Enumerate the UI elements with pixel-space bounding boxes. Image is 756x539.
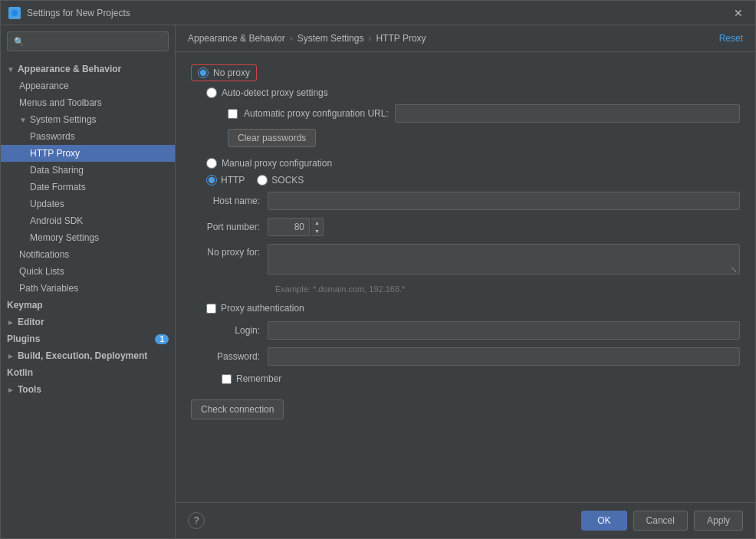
no-proxy-radio[interactable] [198, 67, 209, 78]
help-button[interactable]: ? [188, 512, 205, 529]
sidebar-item-date-formats[interactable]: Date Formats [1, 179, 175, 196]
search-box[interactable]: 🔍 [7, 31, 169, 51]
port-increment-button[interactable]: ▲ [311, 219, 323, 227]
no-proxy-label[interactable]: No proxy [213, 67, 250, 78]
sidebar-item-passwords[interactable]: Passwords [1, 128, 175, 145]
sidebar-item-label: Data Sharing [30, 165, 84, 176]
manual-proxy-label[interactable]: Manual proxy configuration [222, 158, 332, 169]
check-connection-button[interactable]: Check connection [191, 399, 284, 419]
sidebar-item-build-execution[interactable]: ► Build, Execution, Deployment [1, 347, 175, 364]
search-input[interactable] [28, 36, 162, 47]
no-proxy-row: No proxy [191, 64, 257, 81]
expand-arrow: ► [7, 318, 15, 327]
http-socks-row: HTTP SOCKS [206, 175, 740, 186]
search-icon: 🔍 [14, 37, 25, 47]
sidebar-item-label: Notifications [19, 249, 69, 260]
port-group: ▲ ▼ [268, 218, 324, 236]
sidebar-item-keymap[interactable]: Keymap [1, 297, 175, 314]
panel-header: Appearance & Behavior › System Settings … [176, 25, 755, 52]
sidebar-item-label: Kotlin [7, 367, 33, 378]
sidebar-item-data-sharing[interactable]: Data Sharing [1, 162, 175, 179]
sidebar-item-system-settings[interactable]: ▼ System Settings [1, 111, 175, 128]
sidebar-item-label: HTTP Proxy [30, 148, 80, 159]
auto-config-url-row: Automatic proxy configuration URL: [228, 104, 740, 123]
sidebar-item-kotlin[interactable]: Kotlin [1, 364, 175, 381]
sidebar-item-menus-toolbars[interactable]: Menus and Toolbars [1, 94, 175, 111]
sidebar-item-label: Menus and Toolbars [19, 97, 102, 108]
sidebar-item-memory-settings[interactable]: Memory Settings [1, 229, 175, 246]
clear-passwords-button[interactable]: Clear passwords [228, 129, 316, 147]
auto-config-url-input[interactable] [395, 104, 740, 123]
http-radio-group: HTTP [206, 175, 245, 186]
password-row: Password: [191, 347, 740, 366]
sidebar-item-path-variables[interactable]: Path Variables [1, 280, 175, 297]
breadcrumb-part-2: System Settings [297, 33, 364, 44]
manual-proxy-row: Manual proxy configuration [206, 158, 740, 169]
sidebar-item-notifications[interactable]: Notifications [1, 246, 175, 263]
breadcrumb: Appearance & Behavior › System Settings … [188, 33, 426, 44]
sidebar-item-updates[interactable]: Updates [1, 196, 175, 212]
auto-detect-radio[interactable] [206, 87, 217, 98]
sidebar-item-appearance-behavior[interactable]: ▼ Appearance & Behavior [1, 61, 175, 77]
cancel-button[interactable]: Cancel [633, 511, 688, 531]
no-proxy-for-label: No proxy for: [191, 244, 268, 258]
host-name-label: Host name: [191, 196, 268, 206]
auto-config-label: Automatic proxy configuration URL: [244, 108, 389, 119]
port-spinner: ▲ ▼ [311, 218, 324, 236]
sidebar-item-quick-lists[interactable]: Quick Lists [1, 263, 175, 280]
sidebar-item-label: Build, Execution, Deployment [18, 350, 147, 361]
breadcrumb-part-3: HTTP Proxy [376, 33, 426, 44]
manual-proxy-radio[interactable] [206, 158, 217, 169]
sidebar-item-label: Quick Lists [19, 266, 64, 277]
sidebar-item-label: Path Variables [19, 283, 78, 294]
sidebar-item-plugins[interactable]: Plugins 1 [1, 330, 175, 347]
sidebar-item-editor[interactable]: ► Editor [1, 314, 175, 330]
sidebar-item-label: Keymap [7, 300, 43, 311]
sidebar-item-label: System Settings [30, 114, 97, 125]
sidebar-item-label: Updates [30, 199, 64, 209]
sidebar-item-android-sdk[interactable]: Android SDK [1, 212, 175, 229]
right-panel: Appearance & Behavior › System Settings … [176, 25, 755, 538]
main-content: 🔍 ▼ Appearance & Behavior Appearance Men… [1, 25, 755, 538]
socks-radio[interactable] [257, 175, 268, 186]
no-proxy-for-input[interactable] [268, 244, 740, 274]
apply-button[interactable]: Apply [694, 511, 743, 531]
login-label: Login: [191, 325, 268, 336]
login-input[interactable] [268, 321, 740, 340]
expand-arrow: ▼ [19, 116, 27, 124]
sidebar-item-label: Appearance [19, 81, 69, 91]
remember-checkbox[interactable] [222, 374, 232, 384]
check-connection-row: Check connection [191, 393, 740, 419]
host-name-row: Host name: [191, 192, 740, 210]
http-radio[interactable] [206, 175, 217, 186]
password-label: Password: [191, 351, 268, 362]
sidebar-item-label: Memory Settings [30, 232, 99, 243]
nav-tree: ▼ Appearance & Behavior Appearance Menus… [1, 58, 175, 401]
http-label[interactable]: HTTP [221, 175, 245, 186]
password-input[interactable] [268, 347, 740, 366]
socks-label[interactable]: SOCKS [271, 175, 304, 186]
no-proxy-for-row: No proxy for: ⤡ [191, 244, 740, 277]
reset-button[interactable]: Reset [719, 33, 743, 44]
footer: ? OK Cancel Apply [176, 502, 755, 538]
port-number-label: Port number: [191, 222, 268, 232]
sidebar-item-http-proxy[interactable]: HTTP Proxy [1, 145, 175, 162]
port-input[interactable] [268, 218, 310, 236]
port-decrement-button[interactable]: ▼ [311, 227, 323, 235]
auto-detect-label[interactable]: Auto-detect proxy settings [222, 87, 328, 98]
plugins-badge: 1 [155, 334, 169, 344]
close-button[interactable]: ✕ [729, 5, 748, 21]
ok-button[interactable]: OK [581, 511, 626, 531]
proxy-auth-checkbox[interactable] [206, 304, 216, 314]
sidebar-item-appearance[interactable]: Appearance [1, 77, 175, 94]
expand-icon[interactable]: ⤡ [731, 265, 737, 274]
sidebar-item-tools[interactable]: ► Tools [1, 381, 175, 398]
no-proxy-area: ⤡ [268, 244, 740, 277]
socks-radio-group: SOCKS [257, 175, 304, 186]
breadcrumb-sep-2: › [368, 33, 371, 44]
host-name-input[interactable] [268, 192, 740, 210]
sidebar-item-label: Date Formats [30, 182, 86, 192]
auto-config-checkbox[interactable] [228, 109, 238, 119]
panel-body: No proxy Auto-detect proxy settings Auto… [176, 52, 755, 502]
sidebar-item-label: Android SDK [30, 215, 83, 226]
